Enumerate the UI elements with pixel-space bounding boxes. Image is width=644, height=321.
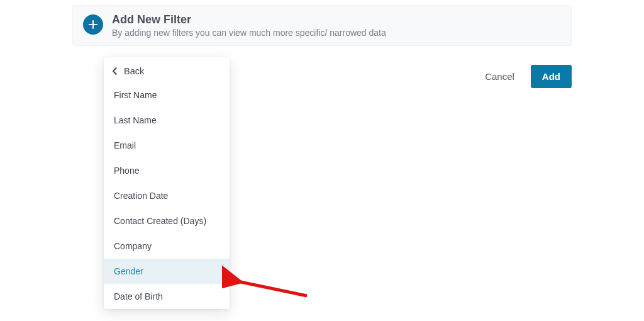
cancel-button[interactable]: Cancel	[479, 66, 521, 87]
dropdown-option[interactable]: Date of Birth	[104, 284, 230, 309]
dropdown-option[interactable]: Email	[104, 133, 230, 158]
dropdown-back-label: Back	[124, 66, 144, 76]
dropdown-option[interactable]: Company	[104, 234, 230, 259]
add-button[interactable]: Add	[531, 65, 572, 88]
header-panel: Add New Filter By adding new filters you…	[72, 5, 572, 46]
dropdown-option[interactable]: Phone	[104, 158, 230, 183]
dropdown-back-button[interactable]: Back	[104, 57, 230, 82]
dropdown-option[interactable]: Creation Date	[104, 183, 230, 208]
dropdown-option[interactable]: Gender	[104, 259, 230, 284]
header-subtitle: By adding new filters you can view much …	[112, 28, 386, 38]
plus-icon	[83, 14, 103, 35]
chevron-left-icon	[111, 66, 118, 76]
dropdown-option[interactable]: Contact Created (Days)	[104, 208, 230, 234]
filter-field-dropdown[interactable]: Back First NameLast NameEmailPhoneCreati…	[104, 57, 230, 309]
header-title: Add New Filter	[112, 13, 386, 26]
dropdown-option[interactable]: Last Name	[104, 108, 230, 133]
dropdown-option[interactable]: First Name	[104, 82, 230, 108]
